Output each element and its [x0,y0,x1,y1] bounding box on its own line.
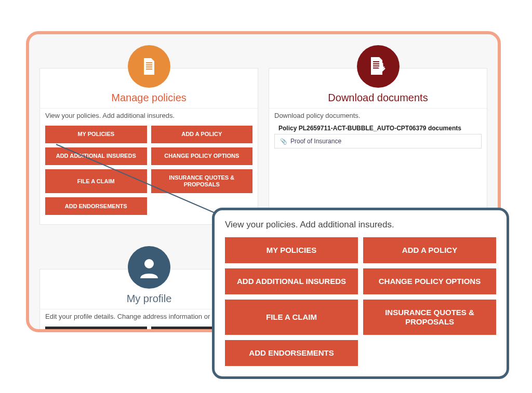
change-options-button[interactable]: CHANGE POLICY OPTIONS [151,147,253,165]
top-cards-row: Manage policies View your policies. Add … [39,45,487,225]
attachment-icon: 📎 [280,138,287,145]
svg-point-8 [144,259,154,268]
zoom-change-options-button[interactable]: CHANGE POLICY OPTIONS [363,268,496,294]
download-documents-subtitle: Download policy documents. [269,108,487,123]
doc-item-label: Proof of Insurance [290,138,341,145]
svg-rect-6 [373,65,379,66]
add-endorsements-button[interactable]: ADD ENDORSEMENTS [45,197,147,215]
download-document-icon [357,45,400,88]
zoom-callout: View your policies. Add additional insur… [212,208,509,379]
manage-buttons-grid: MY POLICIES ADD A POLICY ADD ADDITIONAL … [40,123,258,218]
svg-rect-2 [146,66,152,67]
manage-policies-title: Manage policies [40,92,258,104]
my-policies-button[interactable]: MY POLICIES [45,126,147,143]
add-policy-button[interactable]: ADD A POLICY [151,126,253,143]
quotes-button[interactable]: INSURANCE QUOTES & PROPOSALS [151,169,253,193]
zoom-add-endorsements-button[interactable]: ADD ENDORSEMENTS [225,340,358,366]
svg-rect-5 [373,63,379,64]
file-claim-button[interactable]: FILE A CLAIM [45,169,147,193]
zoom-add-policy-button[interactable]: ADD A POLICY [363,237,496,263]
zoom-add-insureds-button[interactable]: ADD ADDITIONAL INSUREDS [225,268,358,294]
svg-rect-4 [373,61,379,62]
policy-documents-heading: Policy PL2659711-ACT-BUBBLE_AUTO-CPT0637… [274,125,482,132]
svg-rect-3 [146,69,152,70]
policy-documents-section: Policy PL2659711-ACT-BUBBLE_AUTO-CPT0637… [269,123,487,148]
svg-rect-0 [146,62,152,63]
document-icon [128,45,170,88]
download-documents-title: Download documents [269,92,487,104]
zoom-buttons-grid: MY POLICIES ADD A POLICY ADD ADDITIONAL … [225,237,496,366]
zoom-file-claim-button[interactable]: FILE A CLAIM [225,300,358,335]
svg-rect-7 [373,67,379,69]
zoom-my-policies-button[interactable]: MY POLICIES [225,237,358,263]
zoom-quotes-button[interactable]: INSURANCE QUOTES & PROPOSALS [363,300,496,335]
zoom-subtitle: View your policies. Add additional insur… [225,220,496,230]
manage-policies-card: Manage policies View your policies. Add … [39,68,258,225]
proof-of-insurance-link[interactable]: 📎 Proof of Insurance [274,134,482,148]
manage-policies-subtitle: View your policies. Add additional insur… [40,108,258,123]
profile-avatar-icon [128,246,170,289]
svg-rect-1 [146,64,152,65]
add-insureds-button[interactable]: ADD ADDITIONAL INSUREDS [45,147,147,165]
download-documents-card: Download documents Download policy docum… [269,68,487,225]
edit-personal-info-button[interactable]: EDIT PERSONAL INFO [45,327,147,332]
